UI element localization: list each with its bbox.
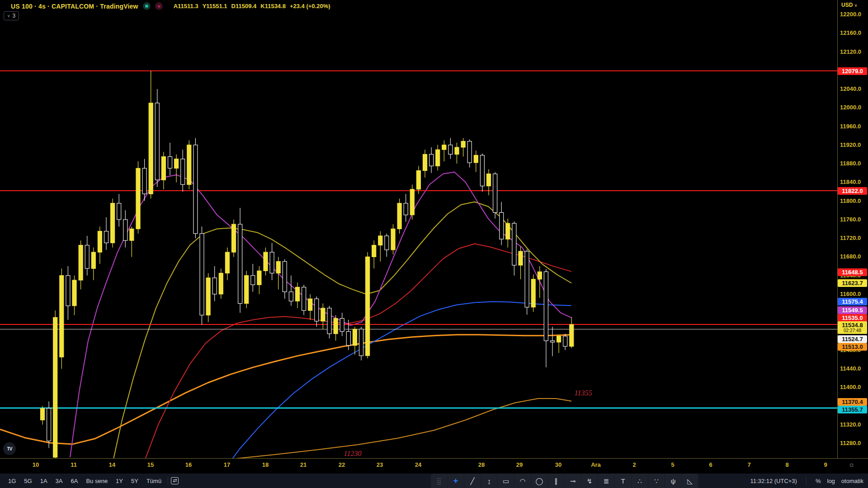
range-button-1y[interactable]: 1Y: [112, 476, 127, 486]
candle-body: [130, 229, 134, 241]
range-button-5y[interactable]: 5Y: [127, 476, 142, 486]
axis-settings-icon[interactable]: ☼: [848, 460, 855, 469]
ohlc-D: D11509.4: [231, 3, 257, 9]
ma-orange-thick: [0, 335, 571, 444]
rectangle-icon[interactable]: ▭: [498, 474, 514, 488]
price-badge[interactable]: 11524.7: [838, 335, 867, 343]
candle-body: [117, 203, 121, 220]
range-button-1a[interactable]: 1A: [37, 476, 51, 486]
date-tick-label: 18: [262, 461, 269, 468]
candle-body: [359, 329, 363, 356]
trend-line-icon[interactable]: ╱: [464, 474, 481, 488]
percent-scale-button[interactable]: %: [816, 478, 821, 484]
text-tool-icon[interactable]: T: [615, 474, 632, 488]
price-axis[interactable]: USD ∨ 12200.012160.012120.012040.012000.…: [837, 0, 868, 458]
ma-blue: [222, 302, 571, 459]
price-badge[interactable]: 11549.5: [838, 306, 867, 314]
candle-body: [346, 332, 350, 346]
vertical-line-icon[interactable]: ↨: [481, 474, 498, 488]
zigzag-icon[interactable]: ↯: [581, 474, 598, 488]
candle-body: [423, 155, 427, 171]
price-tick-label: 11720.0: [840, 235, 867, 241]
pitchfork-icon[interactable]: ψ: [665, 474, 682, 488]
price-badge[interactable]: 12079.0: [838, 67, 867, 75]
candle-body: [251, 276, 255, 285]
drawing-tools-panel: ⣿+╱↨▭◠◯∥⊸↯≣T∴∵ψ◺: [431, 474, 698, 488]
price-badge[interactable]: 11535.0: [838, 314, 867, 322]
candle-body: [161, 157, 165, 180]
range-button-3a[interactable]: 3A: [52, 476, 66, 486]
ellipse-icon[interactable]: ◯: [531, 474, 548, 488]
time-axis[interactable]: ☼ 1011141516171821222324282930Ara256789: [0, 458, 868, 473]
multi-line-icon[interactable]: ≣: [598, 474, 615, 488]
range-button-bu-sene[interactable]: Bu sene: [82, 476, 111, 486]
indicator-legend-chip[interactable]: ∨ 3: [4, 11, 19, 20]
candle-body: [142, 168, 146, 194]
auto-scale-button[interactable]: otomatik: [841, 478, 863, 484]
log-scale-button[interactable]: log: [827, 478, 835, 484]
candle-body: [41, 408, 45, 420]
ohlc-A: A11511.3: [174, 3, 198, 9]
range-button-1g[interactable]: 1G: [5, 476, 19, 486]
pattern-up-icon[interactable]: ∵: [648, 474, 665, 488]
parallel-channel-icon[interactable]: ∥: [548, 474, 565, 488]
candle-body: [378, 236, 382, 245]
candle-body: [353, 329, 357, 345]
candle-body: [500, 212, 504, 239]
arc-icon[interactable]: ◠: [514, 474, 531, 488]
price-badge[interactable]: 11623.7: [838, 279, 867, 287]
price-tick-label: 12040.0: [840, 85, 867, 92]
price-badge[interactable]: 11370.4: [838, 398, 867, 406]
candle-body: [206, 278, 210, 315]
candle-body: [181, 159, 185, 185]
candle-body: [557, 336, 561, 342]
horizontal-ray-icon[interactable]: ⊸: [565, 474, 581, 488]
candle-body: [493, 174, 497, 213]
candle-body: [66, 276, 70, 306]
candle-body: [136, 168, 140, 229]
candle-body: [442, 145, 446, 150]
pattern-down-icon[interactable]: ∴: [632, 474, 648, 488]
price-axis-border: [837, 0, 838, 458]
currency-label: USD: [841, 2, 853, 8]
ohlc-K: K11534.8: [260, 3, 286, 9]
current-price-badge[interactable]: 11534.802:27:48: [838, 321, 867, 334]
symbol-title[interactable]: US 100 · 4s · CAPITALCOM · TradingView: [11, 3, 138, 10]
candle-body: [91, 252, 95, 268]
crosshair-icon[interactable]: +: [448, 474, 464, 488]
tradingview-logo[interactable]: TV: [3, 442, 16, 455]
clock[interactable]: 11:32:12 (UTC+3): [750, 478, 797, 484]
wave-toggle-icon[interactable]: ≈: [155, 2, 163, 10]
price-badge[interactable]: 11822.0: [838, 187, 867, 195]
price-badge[interactable]: 11575.4: [838, 298, 867, 305]
date-tick-label: 24: [415, 461, 421, 468]
candlestick-chart[interactable]: [0, 0, 837, 458]
drag-handle-icon[interactable]: ⣿: [431, 474, 448, 488]
date-tick-label: 23: [377, 461, 383, 468]
price-badge[interactable]: 11355.7: [838, 406, 867, 413]
price-level-label[interactable]: 11355: [575, 389, 592, 397]
candle-body: [47, 408, 51, 441]
price-badge[interactable]: 11513.0: [838, 343, 867, 351]
price-tick-label: 11760.0: [840, 216, 867, 223]
brush-icon[interactable]: ◺: [682, 474, 698, 488]
date-tick-label: 6: [709, 461, 712, 468]
candle-body: [219, 273, 223, 294]
candle-body: [570, 324, 574, 346]
date-tick-label: 2: [632, 461, 636, 468]
range-button-5g[interactable]: 5G: [20, 476, 35, 486]
candle-body: [187, 145, 191, 185]
range-button-tümü[interactable]: Tümü: [143, 476, 165, 486]
currency-selector[interactable]: USD ∨: [841, 2, 857, 8]
price-level-label[interactable]: 11230: [344, 450, 362, 458]
live-status-icon[interactable]: [143, 2, 151, 10]
candle-body: [506, 223, 510, 239]
candle-body: [334, 319, 338, 334]
candle-body: [538, 272, 542, 279]
goto-date-button[interactable]: ⇄: [171, 477, 179, 484]
range-button-6a[interactable]: 6A: [67, 476, 82, 486]
candle-body: [276, 262, 280, 273]
candle-body: [149, 103, 153, 194]
candle-body: [404, 203, 408, 215]
price-badge[interactable]: 11648.5: [838, 268, 867, 276]
